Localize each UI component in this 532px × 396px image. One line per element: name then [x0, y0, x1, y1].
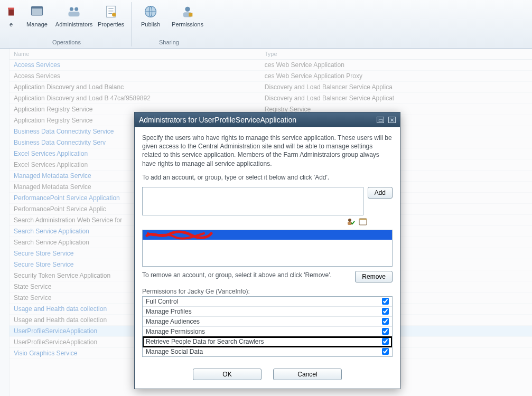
dialog-intro: Specify the users who have rights to man… [142, 134, 393, 168]
manage-button[interactable]: Manage [21, 2, 53, 27]
permission-label: Manage Permissions [146, 328, 205, 335]
service-link[interactable]: Secure Store Service [14, 261, 73, 268]
cell-name: Access Services [10, 60, 260, 71]
properties-icon [102, 3, 119, 20]
service-text: Application Registry Service [14, 106, 92, 113]
table-row[interactable]: Access Servicesces Web Service Applicati… [10, 60, 532, 71]
properties-button[interactable]: Properties [95, 2, 127, 27]
service-text: Application Registry Service [14, 117, 92, 124]
delete-icon [3, 3, 20, 20]
table-row[interactable]: Application Discovery and Load BalancDis… [10, 82, 532, 93]
permission-checkbox[interactable] [382, 328, 389, 335]
service-link[interactable]: UserProfileServiceApplication [14, 327, 97, 335]
table-row[interactable]: Access Servicesces Web Service Applicati… [10, 71, 532, 82]
add-button[interactable]: Add [368, 187, 393, 199]
redacted-member [145, 230, 213, 240]
leftnav-stub [0, 49, 10, 396]
svg-rect-19 [359, 219, 367, 220]
dialog-remove-prompt: To remove an account, or group, select i… [142, 271, 351, 279]
service-link[interactable]: Secure Store Service [14, 250, 73, 257]
cell-name: Access Services [10, 71, 260, 82]
administrators-button[interactable]: Administrators [58, 2, 90, 27]
service-text: UserProfileServiceApplication [14, 338, 97, 346]
manage-icon [29, 3, 45, 20]
service-text: State Service [14, 294, 51, 301]
permission-label: Retrieve People Data for Search Crawlers [146, 338, 264, 345]
service-link[interactable]: Business Data Connectivity Serv [14, 139, 106, 146]
svg-point-4 [70, 7, 73, 11]
check-names-icon[interactable] [347, 218, 355, 228]
cell-type: Discovery and Load Balancer Service Appl… [260, 82, 532, 93]
ribbon-group-operations: e Manage Administrators Properties [3, 2, 132, 46]
service-link[interactable]: Excel Services Application [14, 150, 88, 157]
ribbon: e Manage Administrators Properties [0, 0, 532, 49]
cancel-button[interactable]: Cancel [273, 369, 342, 380]
permissions-label: Permissions for Jacky Ge (VanceInfo): [142, 288, 393, 295]
ok-button[interactable]: OK [193, 369, 262, 380]
permission-row: Manage Profiles [143, 307, 392, 317]
publish-icon [142, 3, 159, 20]
service-link[interactable]: Business Data Connectivity Service [14, 128, 114, 135]
permission-checkbox[interactable] [382, 318, 389, 325]
browse-icon[interactable] [359, 218, 367, 228]
permissions-button[interactable]: Permissions [172, 2, 203, 27]
delete-button[interactable]: e [6, 2, 16, 27]
svg-point-5 [74, 7, 78, 11]
cell-type: ces Web Service Application Proxy [260, 71, 532, 82]
col-name[interactable]: Name [10, 49, 260, 60]
svg-rect-6 [69, 12, 80, 16]
cell-type: Discovery and Load Balancer Service Appl… [260, 93, 532, 104]
service-text: PerformancePoint Service Applic [14, 205, 106, 213]
cell-name: Application Discovery and Load Balanc [10, 82, 260, 93]
service-link[interactable]: Search Service Application [14, 228, 89, 235]
service-link[interactable]: Access Services [14, 61, 60, 69]
members-listbox[interactable] [142, 230, 393, 267]
permission-checkbox[interactable] [382, 298, 389, 305]
dialog-titlebar: Administrators for UserProfileServiceApp… [135, 112, 400, 127]
cell-type: ces Web Service Application [260, 60, 532, 71]
service-text: Application Discovery and Load Balanc [14, 83, 124, 91]
dialog-title: Administrators for UserProfileServiceApp… [139, 116, 296, 124]
administrators-icon [66, 3, 82, 20]
permission-checkbox[interactable] [382, 348, 389, 355]
ribbon-group-sharing: Publish Permissions Sharing [132, 2, 208, 46]
permission-label: Manage Audiences [146, 318, 200, 325]
svg-point-13 [185, 7, 190, 12]
col-type[interactable]: Type [260, 49, 532, 60]
ribbon-group-title-operations: Operations [52, 39, 81, 46]
svg-rect-15 [189, 13, 192, 16]
svg-rect-0 [8, 8, 14, 10]
permission-label: Manage Social Data [146, 348, 203, 355]
ribbon-group-title-sharing: Sharing [159, 39, 179, 46]
service-text: Application Discovery and Load B 47caf95… [14, 95, 151, 102]
service-text: Managed Metadata Service [14, 183, 91, 191]
remove-button[interactable]: Remove [355, 271, 393, 282]
service-text: Excel Services Application [14, 161, 88, 168]
permission-checkbox[interactable] [382, 308, 389, 315]
table-row[interactable]: Application Discovery and Load B 47caf95… [10, 93, 532, 104]
publish-button[interactable]: Publish [135, 2, 166, 27]
close-icon[interactable]: ✕ [388, 117, 396, 123]
svg-rect-3 [32, 7, 43, 9]
service-text: Access Services [14, 72, 60, 80]
service-text: State Service [14, 283, 51, 290]
service-text: Search Service Application [14, 239, 89, 246]
service-link[interactable]: PerformancePoint Service Application [14, 194, 120, 202]
service-link[interactable]: Managed Metadata Service [14, 172, 91, 180]
permissions-icon [179, 3, 196, 20]
people-picker-input[interactable] [142, 187, 363, 215]
permission-row: Retrieve People Data for Search Crawlers [143, 337, 392, 347]
service-text: Usage and Health data collection [14, 316, 107, 324]
service-link[interactable]: Usage and Health data collection [14, 305, 107, 313]
permissions-listbox[interactable]: Full ControlManage ProfilesManage Audien… [142, 296, 393, 357]
service-link[interactable]: Visio Graphics Service [14, 350, 78, 357]
permission-row: Manage Permissions [143, 327, 392, 337]
permission-row: Manage Social Data [143, 347, 392, 356]
cell-name: Application Discovery and Load B 47caf95… [10, 93, 260, 104]
permission-row: Manage Audiences [143, 317, 392, 327]
maximize-icon[interactable]: ▭ [377, 117, 384, 123]
svg-rect-1 [8, 10, 14, 16]
permission-checkbox[interactable] [382, 338, 389, 345]
svg-point-11 [112, 13, 116, 16]
permission-label: Full Control [146, 298, 178, 305]
